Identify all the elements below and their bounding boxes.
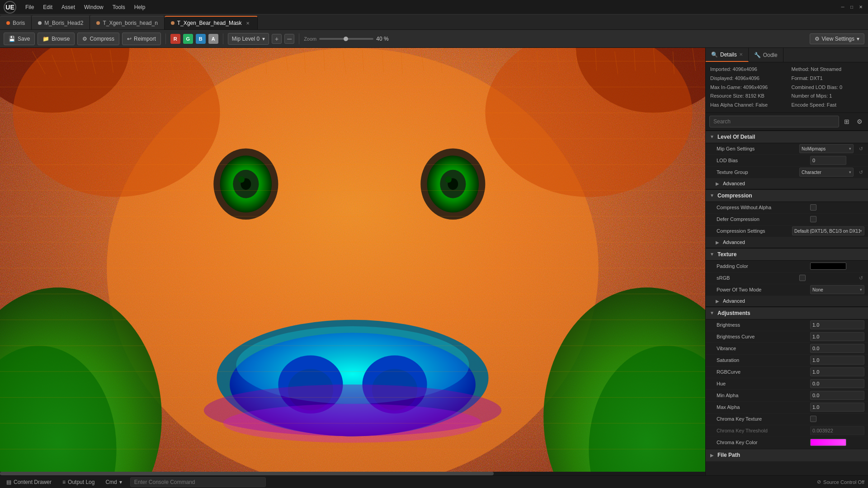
zoom-slider-thumb[interactable] bbox=[344, 37, 348, 41]
tab-close-button[interactable]: ✕ bbox=[245, 20, 251, 26]
chroma-key-texture-checkbox[interactable] bbox=[810, 416, 816, 422]
lod-advanced-section[interactable]: ▶ Advanced bbox=[706, 178, 868, 189]
close-button[interactable]: ✕ bbox=[857, 4, 864, 11]
panel-tab-close[interactable]: ✕ bbox=[739, 52, 743, 57]
saturation-row: Saturation bbox=[706, 355, 868, 366]
hue-input[interactable] bbox=[810, 379, 864, 388]
compression-settings-option: Default (DXT1/5, BC1/3 on DX11) bbox=[794, 229, 860, 234]
menu-asset[interactable]: Asset bbox=[58, 3, 79, 11]
collapse-icon: ▼ bbox=[709, 193, 715, 198]
hue-value bbox=[810, 379, 864, 388]
reimport-button[interactable]: ↩ Reimport bbox=[122, 33, 161, 45]
bottom-bar: ▤ Content Drawer ≡ Output Log Cmd ▾ ⊘ So… bbox=[0, 475, 868, 488]
tab-boris[interactable]: Boris bbox=[0, 16, 32, 29]
saturation-input[interactable] bbox=[810, 356, 864, 365]
chroma-key-threshold-label: Chroma Key Threshold bbox=[717, 428, 807, 433]
file-path-section-header[interactable]: ▶ File Path bbox=[706, 449, 868, 461]
menu-tools[interactable]: Tools bbox=[109, 3, 129, 11]
srgb-row: sRGB ↺ bbox=[706, 272, 868, 284]
source-control-icon: ⊘ bbox=[817, 479, 821, 485]
max-alpha-value bbox=[810, 403, 864, 412]
power-of-two-label: Power Of Two Mode bbox=[717, 287, 807, 292]
brightness-input[interactable] bbox=[810, 320, 864, 329]
source-control-status[interactable]: ⊘ Source Control Off bbox=[817, 479, 864, 485]
tabs-row: Boris M_Boris_Head2 T_Xgen_boris_head_n … bbox=[0, 14, 868, 30]
cmd-button[interactable]: Cmd ▾ bbox=[103, 478, 124, 486]
mip-gen-settings-select[interactable]: NoMipmaps ▾ bbox=[799, 144, 854, 153]
search-input[interactable] bbox=[709, 116, 839, 127]
view-settings-button[interactable]: ⚙ View Settings ▾ bbox=[810, 33, 865, 44]
collapse-icon: ▼ bbox=[709, 252, 715, 257]
vibrance-input[interactable] bbox=[810, 344, 864, 353]
menu-edit[interactable]: Edit bbox=[39, 3, 56, 11]
output-log-button[interactable]: ≡ Output Log bbox=[60, 478, 97, 486]
texture-group-select[interactable]: Character ▾ bbox=[799, 168, 854, 177]
lod-bias-input[interactable] bbox=[810, 156, 846, 165]
max-alpha-input[interactable] bbox=[810, 403, 864, 412]
compression-settings-value: Default (DXT1/5, BC1/3 on DX11) ▾ bbox=[792, 226, 864, 235]
console-command-input[interactable] bbox=[130, 477, 266, 487]
save-button[interactable]: 💾 Save bbox=[4, 33, 35, 45]
texture-group-reset[interactable]: ↺ bbox=[857, 169, 864, 176]
maximize-button[interactable]: □ bbox=[848, 4, 855, 11]
channel-b-button[interactable]: B bbox=[196, 34, 206, 44]
chroma-key-texture-label: Chroma Key Texture bbox=[717, 416, 807, 422]
compress-without-alpha-label: Compress Without Alpha bbox=[717, 205, 807, 210]
viewport-scrollbar-thumb[interactable] bbox=[0, 472, 494, 475]
zoom-slider[interactable] bbox=[319, 38, 373, 40]
compression-settings-select[interactable]: Default (DXT1/5, BC1/3 on DX11) ▾ bbox=[792, 226, 864, 235]
compression-section-header[interactable]: ▼ Compression bbox=[706, 189, 868, 202]
bear-image bbox=[0, 48, 705, 475]
channel-a-button[interactable]: A bbox=[208, 34, 218, 44]
menu-help[interactable]: Help bbox=[131, 3, 149, 11]
plus-button[interactable]: + bbox=[272, 34, 282, 44]
browse-button[interactable]: 📁 Browse bbox=[38, 33, 75, 45]
compress-without-alpha-checkbox[interactable] bbox=[810, 204, 816, 211]
panel-tab-details[interactable]: 🔍 Details ✕ bbox=[706, 48, 749, 62]
defer-compression-checkbox[interactable] bbox=[810, 216, 816, 222]
menu-file[interactable]: File bbox=[22, 3, 38, 11]
content-drawer-button[interactable]: ▤ Content Drawer bbox=[4, 478, 54, 486]
srgb-checkbox[interactable] bbox=[799, 275, 806, 281]
tab-m-boris-head2[interactable]: M_Boris_Head2 bbox=[32, 16, 90, 29]
panel-tab-oodle[interactable]: 🔧 Oodle bbox=[749, 48, 783, 62]
rgbcurve-input[interactable] bbox=[810, 367, 864, 376]
min-alpha-input[interactable] bbox=[810, 391, 864, 400]
srgb-reset[interactable]: ↺ bbox=[857, 274, 864, 282]
brightness-curve-value bbox=[810, 332, 864, 341]
channel-r-button[interactable]: R bbox=[170, 34, 180, 44]
adjustments-section-header[interactable]: ▼ Adjustments bbox=[706, 307, 868, 319]
mip-gen-settings-reset[interactable]: ↺ bbox=[857, 145, 864, 152]
padding-color-swatch[interactable] bbox=[810, 263, 846, 270]
oodle-icon: 🔧 bbox=[754, 52, 761, 58]
menu-window[interactable]: Window bbox=[80, 3, 107, 11]
level-of-detail-section-header[interactable]: ▼ Level Of Detail bbox=[706, 131, 868, 143]
tab-t-xgen-bear-head-mask[interactable]: T_Xgen_Bear_head_Mask ✕ bbox=[165, 16, 258, 29]
compression-advanced-section[interactable]: ▶ Advanced bbox=[706, 237, 868, 248]
channel-g-button[interactable]: G bbox=[183, 34, 193, 44]
method-info: Method: Not Streamed bbox=[792, 65, 864, 74]
brightness-curve-input[interactable] bbox=[810, 332, 864, 341]
minus-button[interactable]: ─ bbox=[284, 34, 294, 44]
viewport-horizontal-scrollbar[interactable] bbox=[0, 472, 705, 475]
texture-section-header[interactable]: ▼ Texture bbox=[706, 248, 868, 261]
chroma-key-threshold-input bbox=[810, 426, 864, 435]
oodle-tab-label: Oodle bbox=[763, 52, 778, 58]
power-of-two-select[interactable]: None ▾ bbox=[810, 285, 864, 294]
chroma-key-color-label: Chroma Key Color bbox=[717, 440, 807, 445]
mip-gen-settings-label: Mip Gen Settings bbox=[717, 146, 796, 151]
mip-level-select[interactable]: Mip Level 0 ▾ bbox=[228, 33, 269, 45]
min-alpha-label: Min Alpha bbox=[717, 393, 807, 398]
viewport[interactable] bbox=[0, 48, 705, 475]
minimize-button[interactable]: ─ bbox=[839, 4, 846, 11]
chroma-key-color-swatch[interactable] bbox=[810, 439, 846, 446]
svg-point-11 bbox=[238, 176, 245, 183]
texture-advanced-section[interactable]: ▶ Advanced bbox=[706, 296, 868, 307]
resource-size-info: Resource Size: 8192 KB bbox=[710, 92, 783, 101]
power-of-two-value: None ▾ bbox=[810, 285, 864, 294]
tab-t-xgen-boris-head-n[interactable]: T_Xgen_boris_head_n bbox=[90, 16, 164, 29]
grid-view-icon[interactable]: ⊞ bbox=[842, 117, 852, 127]
compress-button[interactable]: ⚙ Compress bbox=[77, 33, 119, 45]
mip-gen-settings-value: NoMipmaps ▾ bbox=[799, 144, 854, 153]
settings-icon[interactable]: ⚙ bbox=[854, 117, 864, 127]
